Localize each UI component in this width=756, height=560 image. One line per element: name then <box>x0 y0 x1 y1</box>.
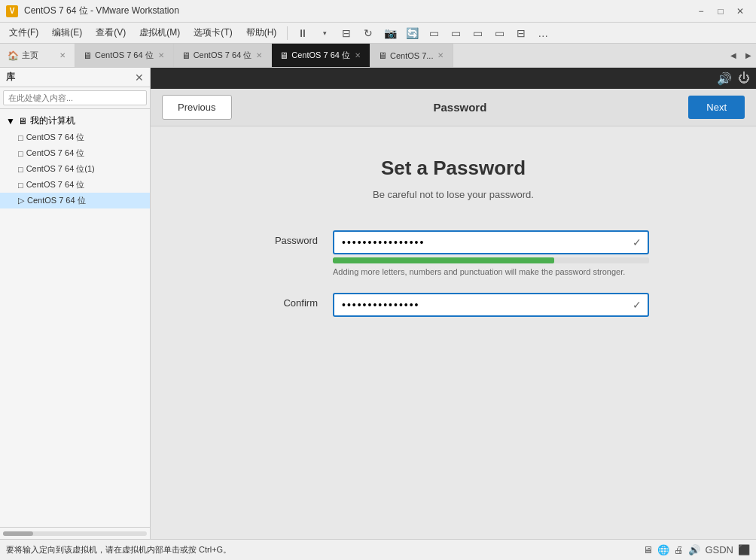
tab-centos1-label: CentOS 7 64 位 <box>95 50 154 61</box>
vm-view4[interactable]: ▭ <box>489 25 510 41</box>
sidebar-item-label-1: CentOS 7 64 位 <box>26 132 85 143</box>
tab-centos2[interactable]: 🖥 CentOS 7 64 位 ✕ <box>174 44 273 67</box>
minimize-button[interactable]: − <box>691 4 711 19</box>
password-input[interactable] <box>334 232 648 253</box>
home-icon: 🏠 <box>8 50 19 61</box>
previous-button[interactable]: Previous <box>162 95 232 120</box>
toolbar-separator <box>287 26 288 40</box>
tab-home[interactable]: 🏠 主页 ✕ <box>0 44 75 67</box>
menu-help[interactable]: 帮助(H) <box>240 24 283 41</box>
sidebar-search-input[interactable] <box>3 90 147 105</box>
sidebar-item-centos2[interactable]: □ CentOS 7 64 位 <box>0 145 150 161</box>
scroll-track <box>3 531 147 536</box>
menu-file[interactable]: 文件(F) <box>3 24 44 41</box>
volume-icon[interactable]: 🔊 <box>717 72 732 86</box>
sidebar: 库 ✕ ▼ 🖥 我的计算机 □ CentOS 7 64 位 □ CentOS 7… <box>0 68 151 539</box>
strength-fill <box>333 257 554 263</box>
status-volume-icon[interactable]: 🔊 <box>688 544 700 555</box>
app-icon: V <box>6 5 18 17</box>
sidebar-item-centos1[interactable]: □ CentOS 7 64 位 <box>0 129 150 145</box>
installer-nav: Previous Password Next <box>151 89 756 126</box>
tree-root-label: 我的计算机 <box>30 114 75 127</box>
sidebar-item-centos3[interactable]: □ CentOS 7 64 位(1) <box>0 161 150 177</box>
password-form-group: Password ✓ Adding more letters, numbers … <box>258 230 649 278</box>
tab-centos3-close[interactable]: ✕ <box>353 50 362 60</box>
sidebar-item-label-4: CentOS 7 64 位 <box>26 179 85 190</box>
window-title: CentOS 7 64 位 - VMware Workstation <box>24 5 685 17</box>
tab-centos4-label: CentOS 7... <box>390 51 433 60</box>
tab-nav-right[interactable]: ▶ <box>741 44 756 68</box>
tab-centos1-close[interactable]: ✕ <box>157 50 166 60</box>
tree-expand-icon: ▼ <box>6 116 15 126</box>
tab-nav-left[interactable]: ◀ <box>726 44 741 68</box>
vm-icon-5: ▷ <box>18 196 24 205</box>
sidebar-item-label-2: CentOS 7 64 位 <box>26 148 85 159</box>
tree-root-my-computer[interactable]: ▼ 🖥 我的计算机 <box>0 112 150 129</box>
menu-edit[interactable]: 编辑(E) <box>46 24 88 41</box>
confirm-input-wrapper: ✓ <box>333 293 649 317</box>
status-monitor-icon[interactable]: 🖥 <box>643 544 653 555</box>
vm-content[interactable]: Previous Password Next Set a Password Be… <box>151 89 756 539</box>
scroll-thumb[interactable] <box>3 531 33 536</box>
main-layout: 库 ✕ ▼ 🖥 我的计算机 □ CentOS 7 64 位 □ CentOS 7… <box>0 68 756 539</box>
power-icon[interactable]: ⏻ <box>738 72 750 85</box>
sidebar-item-centos4[interactable]: □ CentOS 7 64 位 <box>0 177 150 193</box>
snapshot-btn[interactable]: 📷 <box>380 25 401 41</box>
tab-bar: 🏠 主页 ✕ 🖥 CentOS 7 64 位 ✕ 🖥 CentOS 7 64 位… <box>0 44 756 68</box>
restore-button[interactable]: □ <box>711 4 730 19</box>
installer-nav-title: Password <box>232 101 689 114</box>
more-btn[interactable]: … <box>532 25 553 41</box>
password-field: ✓ Adding more letters, numbers and punct… <box>333 230 649 278</box>
status-printer-icon[interactable]: 🖨 <box>674 544 684 555</box>
password-check-icon: ✓ <box>633 236 642 248</box>
menu-bar: 文件(F) 编辑(E) 查看(V) 虚拟机(M) 选项卡(T) 帮助(H) ⏸ … <box>0 23 756 44</box>
sidebar-scrollbar[interactable] <box>0 527 150 539</box>
tab-nav: ◀ ▶ <box>726 44 756 67</box>
tab-centos1[interactable]: 🖥 CentOS 7 64 位 ✕ <box>75 44 174 67</box>
status-icons: 🖥 🌐 🖨 🔊 GSDN ⬛ <box>643 544 750 555</box>
sidebar-header: 库 ✕ <box>0 68 150 87</box>
tab-centos4[interactable]: 🖥 CentOS 7... ✕ <box>370 44 453 67</box>
vm-icon-1: □ <box>18 133 23 142</box>
tab-centos2-close[interactable]: ✕ <box>255 50 264 60</box>
tab-centos4-icon: 🖥 <box>378 50 387 61</box>
vm-icon-3: □ <box>18 165 23 174</box>
vm-view3[interactable]: ▭ <box>467 25 488 41</box>
vm-toolbar: 🔊 ⏻ <box>151 68 756 89</box>
tab-centos4-close[interactable]: ✕ <box>436 50 445 60</box>
vm-icon-2: □ <box>18 149 23 158</box>
tab-home-label: 主页 <box>22 50 55 61</box>
tab-centos2-label: CentOS 7 64 位 <box>194 50 252 61</box>
close-button[interactable]: ✕ <box>730 4 750 19</box>
vm-view1[interactable]: ▭ <box>423 25 444 41</box>
next-button[interactable]: Next <box>688 96 745 119</box>
vm-icon-4: □ <box>18 181 23 190</box>
password-input-wrapper: ✓ <box>333 230 649 254</box>
vm-view2[interactable]: ▭ <box>445 25 466 41</box>
confirm-form-group: Confirm ✓ <box>258 293 649 317</box>
menu-tabs[interactable]: 选项卡(T) <box>187 24 238 41</box>
menu-view[interactable]: 查看(V) <box>90 24 132 41</box>
status-extra-icon[interactable]: ⬛ <box>738 544 750 555</box>
status-text: 要将输入定向到该虚拟机，请在虚拟机内部单击或按 Ctrl+G。 <box>6 544 637 555</box>
installer-body: Set a Password Be careful not to lose yo… <box>151 126 756 539</box>
tab-centos1-icon: 🖥 <box>83 50 92 61</box>
toolbar: ⏸ ▾ ⊟ ↻ 📷 🔄 ▭ ▭ ▭ ▭ ⊟ … <box>292 25 553 41</box>
window-controls: − □ ✕ <box>691 4 750 19</box>
pause-dropdown[interactable]: ▾ <box>314 25 335 41</box>
installer-subtext: Be careful not to lose your password. <box>373 189 534 200</box>
sidebar-close-btn[interactable]: ✕ <box>135 72 144 84</box>
send-ctrl-alt-del[interactable]: ⊟ <box>336 25 357 41</box>
tab-centos3[interactable]: 🖥 CentOS 7 64 位 ✕ <box>272 44 370 67</box>
sidebar-search-area <box>0 87 150 109</box>
sidebar-item-centos5[interactable]: ▷ CentOS 7 64 位 <box>0 193 150 208</box>
menu-vm[interactable]: 虚拟机(M) <box>133 24 186 41</box>
status-network-icon[interactable]: 🌐 <box>657 544 669 555</box>
vm-view5[interactable]: ⊟ <box>511 25 532 41</box>
confirm-input[interactable] <box>334 294 648 315</box>
refresh-btn[interactable]: ↻ <box>358 25 379 41</box>
restore-snapshot-btn[interactable]: 🔄 <box>401 25 422 41</box>
pause-btn[interactable]: ⏸ <box>292 25 313 41</box>
tab-home-close[interactable]: ✕ <box>58 50 67 60</box>
status-gsdn-label[interactable]: GSDN <box>705 544 733 555</box>
